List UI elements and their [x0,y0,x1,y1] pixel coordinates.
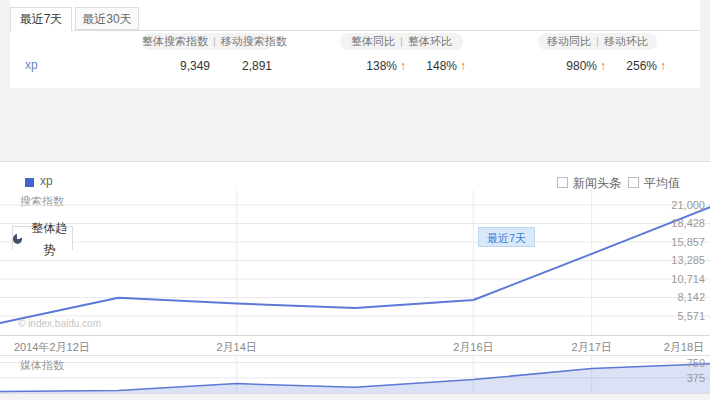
header-overall-search-index: 整体搜索指数 [142,35,208,47]
column-divider: | [596,35,599,47]
y-axis-label: 18,428 [671,217,705,229]
x-axis-tick-label: 2014年2月12日 [14,340,90,355]
x-axis: 2014年2月12日2月14日2月16日2月17日2月18日 [0,335,710,356]
up-arrow-icon: ↑ [460,58,466,74]
x-axis-tick-label: 2月16日 [453,340,493,355]
up-arrow-icon: ↑ [660,58,666,74]
trend-section-header-band: 热点趋势 ? xp 2014-02-12 至 2014-02-18 全国 整体趋… [0,88,710,162]
y-axis-label: 15,857 [671,236,705,248]
overall-mom-value: 148%↑ [386,58,466,74]
value-text: 256% [626,58,657,74]
value-text: 2,891 [242,58,272,74]
header-mobile-search-index: 移动搜索指数 [221,35,287,47]
left-gutter [0,0,10,88]
legend-color-swatch[interactable] [25,178,34,187]
media-index-chart[interactable]: 750375 [0,356,710,393]
header-overall-yoy: 整体同比 [351,35,395,47]
tab-last-7-days[interactable]: 最近7天 [10,7,72,31]
tab-overall-trend[interactable]: 整体趋势 [12,226,73,250]
summary-tab-row: 最近7天 最近30天 [10,7,700,31]
y-axis-label: 21,000 [671,199,705,211]
news-headlines-checkbox[interactable] [557,177,568,188]
x-axis-tick-label: 2月17日 [571,340,611,355]
search-index-chart[interactable]: 21,00018,42815,85713,28510,7148,1425,571 [0,190,710,335]
header-mobile-ratio-columns: 移动同比|移动环比 [538,33,657,50]
pie-chart-icon [13,234,22,244]
x-axis-tick-label: 2月14日 [216,340,256,355]
baidu-index-page: 最近7天 最近30天 整体搜索指数|移动搜索指数 整体同比|整体环比 移动同比|… [0,0,710,400]
column-divider: | [400,35,403,47]
tab-last-30-days[interactable]: 最近30天 [75,7,139,30]
y-axis-label: 5,571 [677,310,705,322]
column-divider: | [213,35,216,47]
media-index-chart-svg: 750375 [0,356,710,393]
right-gutter [700,0,710,88]
header-overall-ratio-columns: 整体同比|整体环比 [340,33,463,50]
header-mobile-mom: 移动环比 [604,35,648,47]
y-axis-label: 750 [687,357,705,369]
tab-label: 整体趋势 [26,217,72,261]
average-value-checkbox[interactable] [628,177,639,188]
header-overall-mom: 整体环比 [408,35,452,47]
value-text: 148% [426,58,457,74]
trend-line [0,207,710,323]
media-index-axis-title: 媒体指数 [20,358,64,373]
search-index-chart-svg: 21,00018,42815,85713,28510,7148,1425,571 [0,190,710,335]
bottom-strip [0,393,710,400]
y-axis-label: 13,285 [671,254,705,266]
header-search-index-columns: 整体搜索指数|移动搜索指数 [142,33,273,50]
mobile-mom-value: 256%↑ [586,58,666,74]
mobile-search-index-value: 2,891 [192,58,272,74]
x-axis-tick-label: 2月18日 [664,340,704,355]
y-axis-label: 8,142 [677,291,705,303]
legend-series-label[interactable]: xp [40,174,53,188]
y-axis-label: 10,714 [671,273,705,285]
keyword-link[interactable]: xp [25,58,38,72]
summary-card: 最近7天 最近30天 整体搜索指数|移动搜索指数 整体同比|整体环比 移动同比|… [10,0,700,88]
range-button-7d[interactable]: 最近7天 [478,227,535,247]
header-mobile-yoy: 移动同比 [547,35,591,47]
y-axis-label: 375 [687,372,705,384]
watermark: © index.baidu.com [18,318,101,329]
